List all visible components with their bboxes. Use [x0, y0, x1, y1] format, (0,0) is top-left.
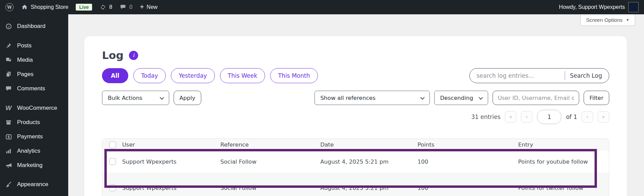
column-header-points[interactable]: Points — [418, 141, 518, 148]
info-icon[interactable]: i — [129, 51, 138, 60]
comments-link[interactable]: 0 — [120, 4, 132, 11]
sidebar-item-marketing[interactable]: Marketing — [0, 158, 68, 172]
row-checkbox[interactable] — [109, 184, 116, 191]
sidebar-label: Dashboard — [17, 23, 45, 30]
total-pages-label: of 1 — [566, 114, 577, 120]
sort-order-select[interactable]: Descending — [434, 91, 488, 105]
sidebar-item-woocommerce[interactable]: W WooCommerce — [0, 101, 68, 115]
sidebar-item-appearance[interactable]: Appearance — [0, 177, 68, 192]
sidebar-label: Comments — [17, 85, 45, 92]
speech-bubble-icon — [5, 85, 12, 92]
row-checkbox[interactable] — [109, 158, 116, 165]
admin-bar: W Shopping Store Live 8 0 + New Howdy, S… — [0, 0, 644, 14]
sidebar-item-pages[interactable]: Pages — [0, 67, 68, 81]
chevron-down-icon — [420, 95, 425, 100]
bulk-actions-select[interactable]: Bulk Actions — [102, 91, 169, 105]
product-box-icon — [5, 119, 12, 126]
search-log-button[interactable]: Search Log — [570, 72, 602, 79]
screen-options-toggle[interactable]: Screen Options ▼ — [580, 14, 635, 26]
svg-text:$: $ — [8, 135, 10, 139]
sidebar-label: Media — [17, 57, 33, 63]
next-page-button[interactable]: › — [582, 111, 593, 123]
new-content-link[interactable]: + New — [140, 4, 158, 10]
pill-yesterday[interactable]: Yesterday — [171, 68, 215, 83]
log-search-box: Search Log — [469, 68, 609, 83]
bulk-actions-value: Bulk Actions — [108, 95, 142, 101]
current-page-input[interactable] — [537, 110, 561, 124]
pin-icon — [5, 42, 12, 49]
sidebar-item-payments[interactable]: $ Payments — [0, 130, 68, 144]
home-icon — [21, 4, 28, 11]
cell-reference: Social Follow — [220, 159, 320, 165]
wordpress-menu[interactable]: W — [5, 3, 14, 11]
cell-date: August 4, 2025 5:21 pm — [320, 185, 418, 191]
pages-icon — [5, 71, 12, 78]
sidebar-label: Products — [17, 119, 40, 126]
paintbrush-icon — [5, 181, 12, 188]
chevron-down-icon — [160, 95, 164, 100]
prev-page-button[interactable]: ‹ — [521, 111, 532, 123]
first-page-button[interactable]: « — [505, 111, 516, 123]
cell-points: 100 — [418, 159, 518, 165]
media-icon — [5, 56, 12, 64]
pill-this-month[interactable]: This Month — [270, 68, 318, 83]
sidebar-label: WooCommerce — [17, 105, 57, 111]
search-input[interactable] — [477, 72, 560, 79]
page-title: Log — [102, 49, 123, 61]
wordpress-logo-icon: W — [5, 3, 14, 11]
filter-button[interactable]: Filter — [584, 91, 609, 105]
sidebar-label: Appearance — [17, 181, 48, 188]
apply-button[interactable]: Apply — [174, 91, 201, 105]
sort-order-value: Descending — [440, 95, 473, 101]
sidebar-item-media[interactable]: Media — [0, 53, 68, 67]
sidebar-item-posts[interactable]: Posts — [0, 39, 68, 53]
column-header-entry[interactable]: Entry — [518, 141, 609, 148]
column-header-date[interactable]: Date — [320, 141, 418, 148]
cell-reference: Social Follow — [220, 185, 320, 191]
comment-bubble-icon — [120, 4, 127, 11]
dollar-card-icon: $ — [5, 133, 12, 140]
screen-options-label: Screen Options — [586, 17, 623, 23]
log-card: Log i All Today Yesterday This Week This… — [84, 36, 627, 196]
pill-this-week[interactable]: This Week — [220, 68, 265, 83]
plus-icon: + — [140, 3, 144, 10]
sidebar-label: Posts — [17, 42, 32, 49]
sidebar-item-products[interactable]: Products — [0, 115, 68, 130]
sidebar-label: Payments — [17, 133, 43, 140]
reference-filter-select[interactable]: Show all references — [314, 91, 430, 105]
user-avatar[interactable] — [628, 2, 639, 12]
last-page-button[interactable]: » — [598, 111, 609, 123]
table-header-row: User Reference Date Points Entry — [102, 139, 609, 151]
column-header-user[interactable]: User — [122, 141, 220, 148]
date-filter-pills: All Today Yesterday This Week This Month… — [102, 68, 609, 83]
sidebar-label: Marketing — [17, 162, 43, 169]
live-badge: Live — [76, 4, 92, 11]
pill-today[interactable]: Today — [133, 68, 166, 83]
user-filter-input[interactable] — [493, 91, 579, 105]
dashboard-icon — [5, 22, 12, 30]
woocommerce-icon: W — [5, 104, 12, 112]
column-header-reference[interactable]: Reference — [220, 141, 320, 148]
reference-filter-value: Show all references — [320, 95, 376, 101]
sidebar-label: Pages — [17, 71, 33, 78]
cell-date: August 4, 2025 5:21 pm — [320, 159, 418, 165]
select-all-checkbox[interactable] — [109, 141, 116, 148]
sidebar-item-dashboard[interactable]: Dashboard — [0, 19, 68, 33]
chevron-down-icon: ▼ — [626, 18, 629, 22]
chevron-down-icon — [479, 95, 483, 100]
admin-sidebar: Dashboard Posts Media Pages Comments W W… — [0, 14, 68, 196]
cell-user: Support Wpexperts — [122, 159, 220, 165]
updates-link[interactable]: 8 — [100, 4, 112, 11]
site-name-link[interactable]: Shopping Store — [21, 4, 68, 11]
sidebar-item-comments[interactable]: Comments — [0, 81, 68, 96]
cell-entry: Points for twitter follow — [518, 185, 609, 191]
megaphone-icon — [5, 162, 12, 169]
sidebar-item-analytics[interactable]: Analytics — [0, 144, 68, 158]
new-label: New — [147, 4, 158, 10]
log-table: User Reference Date Points Entry Support… — [102, 138, 609, 196]
comments-count: 0 — [129, 4, 132, 10]
updates-count: 8 — [109, 4, 112, 10]
howdy-text[interactable]: Howdy, Support Wpexperts — [559, 4, 625, 10]
entries-count: 31 entries — [471, 114, 500, 120]
pill-all[interactable]: All — [102, 68, 128, 83]
